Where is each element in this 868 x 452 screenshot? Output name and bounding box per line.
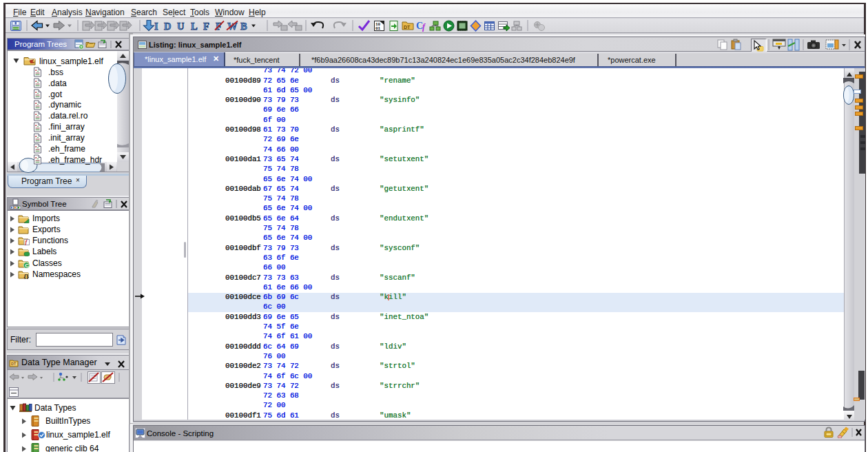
svg-text:01: 01: [375, 26, 381, 31]
svg-text:U: U: [177, 21, 185, 32]
svg-text:F: F: [203, 21, 209, 32]
svg-text:L: L: [191, 21, 198, 32]
svg-text:DT: DT: [404, 25, 411, 30]
svg-text:D: D: [164, 21, 171, 32]
svg-text:I: I: [154, 21, 158, 32]
svg-text:DT: DT: [11, 362, 17, 366]
svg-text:B: B: [240, 21, 247, 32]
svg-text:f: f: [422, 22, 426, 32]
svg-text:C: C: [25, 262, 29, 267]
svg-text:{}: {}: [24, 274, 30, 280]
